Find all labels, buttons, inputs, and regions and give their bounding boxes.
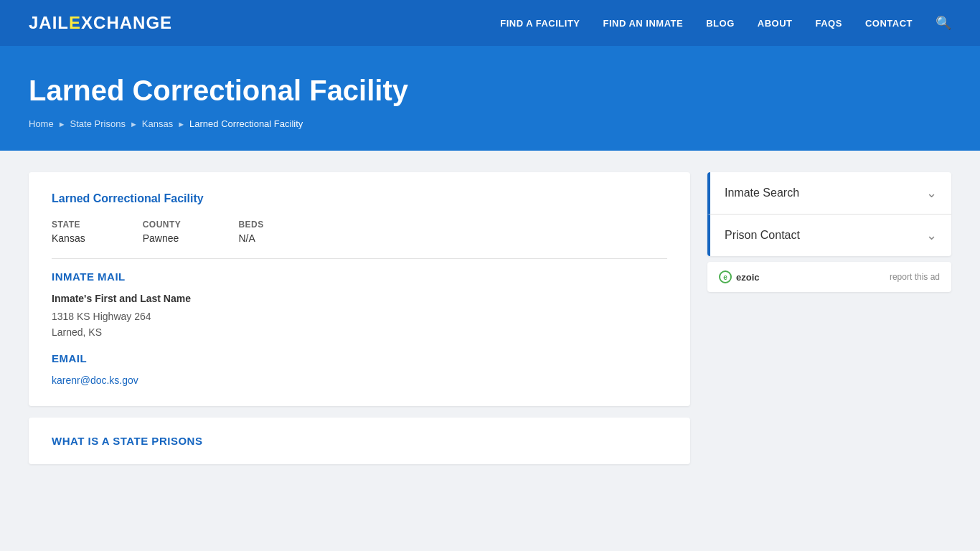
beds-label: BEDS	[238, 220, 263, 230]
county-value: Pawnee	[143, 232, 182, 244]
chevron-down-icon-inmate: ⌄	[926, 185, 937, 201]
nav-find-inmate[interactable]: FIND AN INMATE	[603, 18, 684, 29]
logo-jail: JAIL	[29, 13, 69, 32]
ezoic-label: ezoic	[736, 272, 760, 283]
info-grid: STATE Kansas COUNTY Pawnee BEDS N/A	[52, 220, 667, 244]
nav-find-facility[interactable]: FIND A FACILITY	[500, 18, 580, 29]
prison-contact-label: Prison Contact	[725, 229, 800, 242]
logo: JAILEXCHANGE	[29, 13, 172, 33]
breadcrumb-chevron-2: ►	[130, 120, 138, 128]
state-info: STATE Kansas	[52, 220, 85, 244]
facility-card-title: Larned Correctional Facility	[52, 192, 667, 205]
inmate-mail-title: INMATE MAIL	[52, 270, 667, 283]
sidebar-card: Inmate Search ⌄ Prison Contact ⌄	[707, 172, 951, 256]
search-icon[interactable]: 🔍	[936, 15, 951, 31]
beds-info: BEDS N/A	[238, 220, 263, 244]
main-content: Larned Correctional Facility STATE Kansa…	[0, 151, 980, 486]
breadcrumb-chevron-3: ►	[177, 120, 185, 128]
county-info: COUNTY Pawnee	[143, 220, 182, 244]
page-title: Larned Correctional Facility	[29, 75, 951, 107]
address-line-2: Larned, KS	[52, 324, 667, 340]
sidebar-inmate-search[interactable]: Inmate Search ⌄	[707, 172, 951, 215]
county-label: COUNTY	[143, 220, 182, 230]
nav-blog[interactable]: BLOG	[706, 18, 735, 29]
breadcrumb-chevron-1: ►	[58, 120, 66, 128]
state-label: STATE	[52, 220, 85, 230]
state-value: Kansas	[52, 232, 85, 244]
beds-value: N/A	[238, 232, 263, 244]
email-title: EMAIL	[52, 352, 667, 364]
breadcrumb-state-prisons[interactable]: State Prisons	[70, 118, 126, 129]
breadcrumb-home[interactable]: Home	[29, 118, 54, 129]
logo-ex: E	[69, 13, 81, 32]
nav-contact[interactable]: CONTACT	[865, 18, 913, 29]
inmate-name: Inmate's First and Last Name	[52, 293, 667, 304]
sidebar-prison-contact[interactable]: Prison Contact ⌄	[707, 215, 951, 256]
ezoic-badge-icon: e	[719, 270, 732, 283]
what-is-title: WHAT IS A STATE PRISONS	[52, 435, 667, 447]
ad-area: e ezoic report this ad	[707, 262, 951, 292]
chevron-down-icon-prison: ⌄	[926, 227, 937, 243]
inmate-search-label: Inmate Search	[725, 187, 799, 199]
main-nav: FIND A FACILITY FIND AN INMATE BLOG ABOU…	[500, 15, 951, 31]
address-line-1: 1318 KS Highway 264	[52, 309, 667, 324]
right-column: Inmate Search ⌄ Prison Contact ⌄ e ezoic…	[707, 172, 951, 464]
breadcrumb-current: Larned Correctional Facility	[189, 118, 303, 129]
left-column: Larned Correctional Facility STATE Kansa…	[29, 172, 690, 464]
breadcrumb-kansas[interactable]: Kansas	[142, 118, 173, 129]
email-link[interactable]: karenr@doc.ks.gov	[52, 375, 138, 386]
hero-banner: Larned Correctional Facility Home ► Stat…	[0, 46, 980, 151]
breadcrumb: Home ► State Prisons ► Kansas ► Larned C…	[29, 118, 951, 129]
logo-change: CHANGE	[93, 13, 172, 32]
ezoic-logo: e ezoic	[719, 270, 760, 283]
divider-1	[52, 258, 667, 259]
nav-faqs[interactable]: FAQs	[816, 18, 842, 29]
report-ad-link[interactable]: report this ad	[890, 272, 940, 282]
what-is-card: WHAT IS A STATE PRISONS	[29, 418, 690, 464]
nav-about[interactable]: ABOUT	[758, 18, 793, 29]
facility-info-card: Larned Correctional Facility STATE Kansa…	[29, 172, 690, 406]
header: JAILEXCHANGE FIND A FACILITY FIND AN INM…	[0, 0, 980, 46]
logo-x: X	[81, 13, 93, 32]
